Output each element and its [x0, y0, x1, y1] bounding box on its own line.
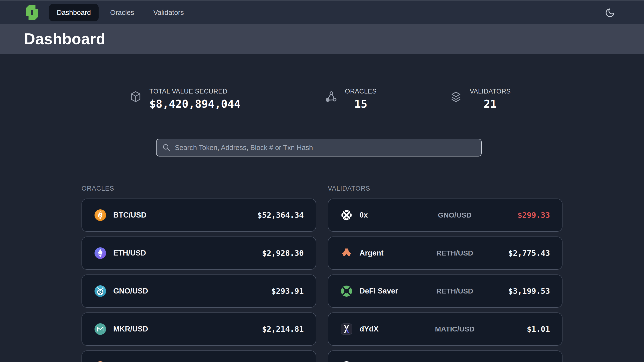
validator-name: 0x	[360, 211, 423, 219]
oracle-row[interactable]: GNO/USD$293.91	[82, 275, 316, 308]
oracle-row[interactable]: MKR/USD$2,214.81	[82, 313, 316, 346]
feed-name: GNO/USD	[113, 287, 271, 295]
oracles-section-title: ORACLES	[82, 185, 316, 192]
moon-icon	[604, 5, 618, 19]
stat-total-value-secured: TOTAL VALUE SECURED $8,420,894,044	[130, 88, 240, 110]
page-header: Dashboard	[0, 24, 644, 54]
feed-price: $299.33	[486, 211, 550, 220]
search-input[interactable]	[175, 144, 476, 152]
feed-price: $293.91	[271, 287, 304, 296]
theme-toggle-button[interactable]	[604, 6, 618, 19]
argent-icon	[341, 247, 352, 259]
main-content: TOTAL VALUE SECURED $8,420,894,044 ORACL…	[82, 54, 562, 362]
oracles-column: ORACLES B BTC/USD$52,364.34 ETH/USD$2,92…	[82, 185, 316, 362]
nav-links: Dashboard Oracles Validators	[49, 4, 192, 21]
validator-row[interactable]: DeFi SaverRETH/USD$3,199.53	[328, 275, 562, 308]
search-box[interactable]	[156, 139, 482, 156]
cube-icon	[130, 91, 142, 103]
stat-validators: VALIDATORS 21	[450, 88, 511, 110]
feed-name: BTC/USD	[113, 211, 257, 219]
oracles-list: B BTC/USD$52,364.34 ETH/USD$2,928.30 GNO…	[82, 199, 316, 362]
feed-price: $2,214.81	[262, 325, 304, 334]
validator-row[interactable]: 0xGNO/USD$299.33	[328, 199, 562, 232]
oracle-row[interactable]: RETH/USD$3,022.92	[82, 351, 316, 362]
layers-icon	[450, 91, 462, 103]
search-icon	[162, 143, 170, 152]
feed-name: ETH/USD	[113, 249, 262, 257]
validator-name: Argent	[360, 249, 423, 257]
brand-logo-icon	[24, 4, 40, 20]
validator-name: dYdX	[360, 325, 423, 334]
nav-item-dashboard[interactable]: Dashboard	[49, 4, 98, 21]
network-icon	[325, 91, 337, 103]
feed-price: $2,775.43	[486, 249, 550, 258]
validators-column: VALIDATORS 0xGNO/USD$299.33 ArgentRETH/U…	[328, 185, 562, 362]
dydx-icon	[341, 323, 352, 335]
gno-icon	[94, 285, 106, 297]
feed-pair: RETH/USD	[423, 287, 486, 295]
feed-pair: MATIC/USD	[423, 325, 486, 333]
brand-logo[interactable]	[24, 4, 40, 20]
feed-pair: GNO/USD	[423, 211, 486, 219]
feed-price: $52,364.34	[257, 211, 304, 220]
validator-row[interactable]: dYdXMATIC/USD$1.01	[328, 313, 562, 346]
defisaver-icon	[341, 285, 352, 297]
validator-row[interactable]: EtherscanLIDO LST/7DAYS3.4981	[328, 351, 562, 362]
nav-item-validators[interactable]: Validators	[146, 4, 192, 21]
feed-price: $3,199.53	[486, 287, 550, 296]
btc-icon: B	[94, 209, 106, 221]
nav-item-oracles[interactable]: Oracles	[102, 4, 142, 21]
eth-icon	[94, 247, 106, 259]
lists-row: ORACLES B BTC/USD$52,364.34 ETH/USD$2,92…	[82, 185, 562, 362]
validators-section-title: VALIDATORS	[328, 185, 562, 192]
validators-list: 0xGNO/USD$299.33 ArgentRETH/USD$2,775.43…	[328, 199, 562, 362]
zrx-icon	[341, 209, 352, 221]
stat-oracles: ORACLES 15	[325, 88, 376, 110]
stat-value: 15	[345, 98, 376, 110]
search-section	[156, 139, 562, 156]
stats-row: TOTAL VALUE SECURED $8,420,894,044 ORACL…	[82, 54, 562, 110]
oracle-row[interactable]: B BTC/USD$52,364.34	[82, 199, 316, 232]
feed-name: MKR/USD	[113, 325, 262, 334]
page-title: Dashboard	[24, 30, 106, 48]
stat-label: ORACLES	[345, 88, 376, 95]
validator-row[interactable]: ArgentRETH/USD$2,775.43	[328, 237, 562, 270]
stat-label: VALIDATORS	[470, 88, 511, 95]
stat-value: 21	[470, 98, 511, 110]
feed-pair: RETH/USD	[423, 249, 486, 257]
stat-label: TOTAL VALUE SECURED	[149, 88, 240, 95]
mkr-icon	[94, 323, 106, 335]
stat-value: $8,420,894,044	[149, 98, 240, 110]
validator-name: DeFi Saver	[360, 287, 423, 295]
oracle-row[interactable]: ETH/USD$2,928.30	[82, 237, 316, 270]
feed-price: $1.01	[486, 325, 550, 334]
top-navbar: Dashboard Oracles Validators	[0, 1, 644, 24]
feed-price: $2,928.30	[262, 249, 304, 258]
